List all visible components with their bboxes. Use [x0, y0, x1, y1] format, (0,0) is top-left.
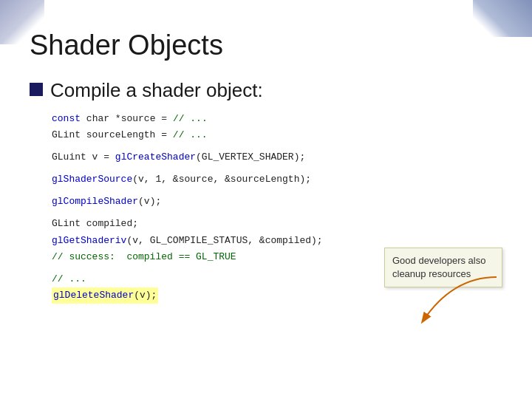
bullet-icon	[30, 83, 43, 96]
func-deleteshader: glDeleteShader	[53, 290, 134, 301]
comment-success: // success: compiled == GL_TRUE	[52, 251, 236, 262]
corner-decoration-tl	[0, 0, 44, 44]
func-getshaderiv: glGetShaderiv	[52, 235, 126, 246]
bullet-section: Compile a shader object:	[30, 79, 502, 102]
slide-content: Shader Objects Compile a shader object: …	[0, 0, 532, 399]
code-line-6: glShaderSource(v, 1, &source, &sourceLen…	[52, 171, 502, 188]
func-shadersource: glShaderSource	[52, 174, 132, 185]
code-line-1: const char *source = // ...	[52, 111, 502, 127]
code-line-10: GLint compiled;	[52, 216, 502, 232]
spacer-3	[52, 188, 502, 194]
code-line-4: GLuint v = glCreateShader(GL_VERTEX_SHAD…	[52, 149, 502, 166]
comment-1: // ...	[173, 113, 208, 124]
func-compileshader: glCompileShader	[52, 196, 138, 207]
corner-decoration-tr	[473, 0, 532, 37]
spacer-4	[52, 210, 502, 216]
code-line-11: glGetShaderiv(v, GL_COMPILE_STATUS, &com…	[52, 233, 502, 249]
code-line-8: glCompileShader(v);	[52, 194, 502, 210]
comment-ellipsis: // ...	[52, 273, 86, 284]
slide-title: Shader Objects	[30, 30, 502, 61]
code-line-2: GLint sourceLength = // ...	[52, 127, 502, 143]
comment-2: // ...	[173, 129, 208, 140]
tooltip-arrow-svg	[408, 273, 504, 332]
spacer-1	[52, 143, 502, 149]
spacer-2	[52, 166, 502, 171]
bullet-label: Compile a shader object:	[50, 79, 263, 102]
keyword-const: const	[52, 113, 81, 124]
type-char: char	[86, 113, 109, 124]
func-createshader: glCreateShader	[115, 151, 196, 163]
highlight-deleteshader: glDeleteShader(v);	[52, 287, 158, 304]
